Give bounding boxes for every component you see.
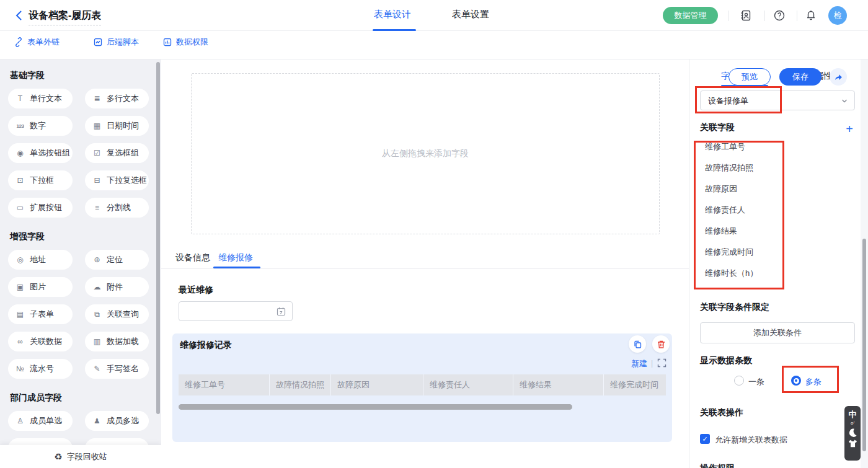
field-pill[interactable]: 123 数字 bbox=[8, 116, 73, 136]
basic-fields-grid: T 单行文本 ≣ 多行文本 123 数字 ▦ 日期时间 ◉ 单选按钮组 ☑ 复选… bbox=[8, 89, 149, 218]
field-pill[interactable]: ≡ 分割线 bbox=[85, 198, 149, 218]
field-pill[interactable]: ⧉ 关联查询 bbox=[85, 304, 149, 324]
enhanced-fields-grid: ◎ 地址 ⊕ 定位 ▣ 图片 ☁ 附件 ▤ 子表单 ⧉ 关联查询 bbox=[8, 250, 149, 379]
language-icon[interactable]: 中 bbox=[849, 410, 857, 419]
delete-button[interactable] bbox=[652, 335, 670, 353]
link-icon bbox=[14, 37, 24, 47]
data-permission-link[interactable]: 数据权限 bbox=[162, 37, 208, 48]
linked-field-item: 维修结果 bbox=[705, 226, 829, 236]
field-pill[interactable]: ◉ 单选按钮组 bbox=[8, 143, 73, 163]
radio-multiple-label[interactable]: 多条 bbox=[805, 376, 822, 387]
expand-icon[interactable] bbox=[657, 358, 666, 368]
field-pill[interactable]: ⊕ 定位 bbox=[85, 250, 149, 270]
datetime-icon: ▦ bbox=[92, 121, 102, 130]
checkbox-group-icon: ☑ bbox=[92, 149, 102, 157]
share-button[interactable] bbox=[830, 68, 847, 86]
field-pill-label: 扩展按钮 bbox=[30, 202, 62, 213]
field-pill[interactable]: ♙ 成员单选 bbox=[8, 411, 73, 431]
linked-query-icon: ⧉ bbox=[92, 310, 102, 319]
radio-single-label[interactable]: 一条 bbox=[748, 376, 764, 387]
notification-bell-icon[interactable] bbox=[805, 9, 817, 21]
single-line-text-icon: T bbox=[15, 94, 25, 103]
field-pill[interactable]: ∞ 关联数据 bbox=[8, 332, 73, 351]
permission-icon bbox=[162, 37, 172, 47]
field-pill-label: 定位 bbox=[107, 254, 123, 265]
field-pill[interactable]: ◎ 地址 bbox=[8, 250, 73, 270]
linked-data-icon: ∞ bbox=[15, 337, 25, 346]
table-ops-title: 关联表操作 bbox=[700, 407, 743, 418]
field-pill[interactable]: ▦ 日期时间 bbox=[85, 116, 149, 136]
field-pill-label: 复选框组 bbox=[107, 148, 139, 159]
field-pill-label: 关联数据 bbox=[30, 336, 62, 347]
chevron-down-icon bbox=[841, 97, 848, 105]
field-pill-label: 子表单 bbox=[30, 309, 54, 320]
back-icon[interactable] bbox=[12, 9, 26, 22]
app-window: 设备档案-履历表 表单设计 表单设置 数据管理 检 bbox=[0, 0, 868, 468]
save-button[interactable]: 保存 bbox=[779, 68, 822, 86]
horizontal-scrollbar[interactable] bbox=[179, 404, 572, 410]
lang-accent-icon[interactable]: o’ bbox=[851, 421, 854, 426]
field-pill[interactable]: № 流水号 bbox=[8, 359, 73, 379]
form-external-link[interactable]: 表单外链 bbox=[14, 37, 60, 48]
theme-shirt-icon[interactable] bbox=[848, 439, 857, 448]
field-pill[interactable]: ⊡ 下拉框 bbox=[8, 170, 73, 190]
allow-add-label[interactable]: 允许新增关联表数据 bbox=[715, 435, 787, 446]
linked-form-select[interactable]: 设备报修单 bbox=[700, 91, 855, 110]
add-field-icon[interactable]: + bbox=[844, 124, 855, 135]
sidebar-scrollbar[interactable] bbox=[156, 62, 160, 414]
avatar[interactable]: 检 bbox=[828, 6, 847, 25]
preview-button[interactable]: 预览 bbox=[728, 68, 771, 86]
recycle-icon: ♻ bbox=[54, 451, 62, 462]
field-pill[interactable]: ☑ 复选框组 bbox=[85, 143, 149, 163]
canvas-tab-repair[interactable]: 维修报修 bbox=[218, 252, 253, 263]
recycle-bin-label: 字段回收站 bbox=[67, 451, 107, 462]
field-pill[interactable]: ✎ 手写签名 bbox=[85, 359, 149, 379]
subform-card[interactable]: 维修报修记录 新建 | 维修工单号故障情况拍照故障原因维修责任人维修结果维 bbox=[172, 333, 672, 442]
field-pill[interactable]: ♟ 成员多选 bbox=[85, 411, 149, 431]
field-pill[interactable]: ☁ 附件 bbox=[85, 277, 149, 297]
tab-form-design[interactable]: 表单设计 bbox=[374, 9, 411, 20]
canvas-tab-device-info[interactable]: 设备信息 bbox=[175, 252, 210, 263]
field-recycle-bin[interactable]: ♻ 字段回收站 bbox=[0, 445, 161, 468]
window-scrollbar-thumb[interactable] bbox=[862, 239, 866, 451]
contact-book-icon[interactable] bbox=[740, 9, 752, 22]
subform-table-header: 维修工单号故障情况拍照故障原因维修责任人维修结果维修完成时间 bbox=[179, 374, 666, 395]
field-pill-label: 日期时间 bbox=[107, 120, 139, 131]
field-pill-label: 下拉复选框 bbox=[107, 175, 147, 186]
form-canvas: 从左侧拖拽来添加字段 设备信息 维修报修 最近维修 维修报修记录 bbox=[161, 60, 689, 468]
field-pill[interactable]: ▥ 数据加载 bbox=[85, 332, 149, 351]
field-pill[interactable]: ▣ 图片 bbox=[8, 277, 73, 297]
help-icon[interactable] bbox=[773, 9, 786, 22]
field-pill[interactable]: ⊟ 下拉复选框 bbox=[85, 170, 149, 190]
radio-single[interactable] bbox=[734, 376, 744, 386]
field-pill[interactable]: ▤ 子表单 bbox=[8, 304, 73, 324]
share-arrow-icon bbox=[833, 72, 843, 82]
add-condition-button[interactable]: 添加关联条件 bbox=[700, 322, 855, 343]
dark-mode-moon-icon[interactable] bbox=[848, 428, 857, 437]
field-pill[interactable]: ≣ 多行文本 bbox=[85, 89, 149, 108]
properties-panel: 字段属性 表单属性 设备报修单 关联字段 + 维修工单号故障情况拍照故障原因维修… bbox=[689, 60, 868, 468]
backend-script-link[interactable]: 后端脚本 bbox=[93, 37, 139, 48]
field-pill[interactable]: T 单行文本 bbox=[8, 89, 73, 108]
data-manage-button[interactable]: 数据管理 bbox=[663, 7, 718, 24]
radio-group-icon: ◉ bbox=[15, 149, 25, 157]
radio-multiple-selected[interactable] bbox=[791, 376, 801, 386]
field-pill[interactable]: ▭ 扩展按钮 bbox=[8, 198, 73, 218]
page-title[interactable]: 设备档案-履历表 bbox=[29, 9, 101, 25]
dropzone[interactable]: 从左侧拖拽来添加字段 bbox=[191, 73, 660, 234]
subform-title: 维修报修记录 bbox=[180, 340, 232, 351]
date-input[interactable] bbox=[185, 302, 272, 320]
serial-number-icon: № bbox=[15, 364, 25, 373]
new-record-link[interactable]: 新建 bbox=[631, 358, 647, 369]
copy-button[interactable] bbox=[629, 335, 646, 353]
dropdown-icon: ⊡ bbox=[15, 176, 25, 185]
recent-repair-date-field bbox=[179, 301, 293, 321]
allow-add-checkbox[interactable]: ✓ bbox=[700, 434, 710, 444]
subform-icon: ▤ bbox=[15, 310, 25, 319]
signature-icon: ✎ bbox=[92, 364, 102, 373]
table-column-header: 故障原因 bbox=[331, 374, 423, 395]
field-pill-label: 图片 bbox=[30, 281, 46, 293]
tab-form-settings[interactable]: 表单设置 bbox=[452, 9, 489, 20]
attachment-icon: ☁ bbox=[92, 283, 102, 291]
calendar-icon bbox=[277, 307, 286, 316]
